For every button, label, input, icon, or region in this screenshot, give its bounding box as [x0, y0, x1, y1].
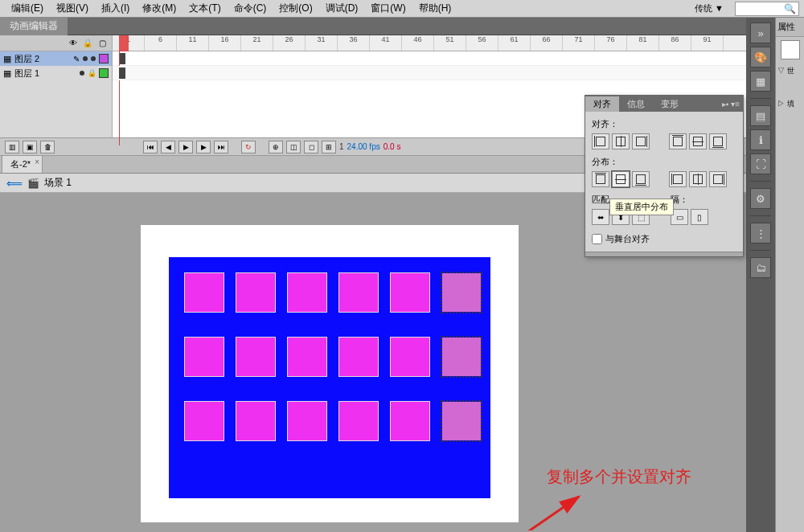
- tab-transform[interactable]: 变形: [653, 96, 687, 112]
- layer-row[interactable]: ▦ 图层 2 ✎: [0, 51, 112, 66]
- world-section[interactable]: ▽ 世: [776, 63, 804, 80]
- play-button[interactable]: ▶: [178, 141, 193, 153]
- menu-view[interactable]: 视图(V): [50, 0, 95, 17]
- to-stage-checkbox[interactable]: 与舞台对齐: [592, 233, 736, 245]
- distribute-left-button[interactable]: [669, 171, 687, 187]
- next-frame-button[interactable]: ▶: [196, 141, 211, 153]
- document-tab[interactable]: 名-2* ×: [2, 155, 43, 173]
- library-icon[interactable]: 🗂: [750, 257, 771, 278]
- ruler-tick[interactable]: 26: [273, 35, 306, 51]
- ruler-tick[interactable]: 46: [402, 35, 434, 51]
- ruler-tick[interactable]: 31: [306, 35, 338, 51]
- ruler-tick[interactable]: 81: [627, 35, 659, 51]
- space-horizontal-button[interactable]: ▯: [691, 209, 708, 225]
- frame-track[interactable]: [113, 51, 804, 66]
- align-v-center-button[interactable]: [689, 133, 707, 149]
- properties-dock-tab[interactable]: 属性: [776, 18, 804, 37]
- align-top-button[interactable]: [669, 133, 687, 149]
- prev-frame-button[interactable]: ◀: [161, 141, 175, 153]
- layer-swatch[interactable]: [99, 68, 109, 78]
- ruler-tick[interactable]: 1: [113, 35, 145, 51]
- distribute-right-button[interactable]: [709, 171, 727, 187]
- fps-value[interactable]: 24.00 fps: [347, 142, 380, 151]
- ruler-tick[interactable]: 56: [466, 35, 498, 51]
- shape-square[interactable]: [185, 273, 224, 312]
- ruler-tick[interactable]: 76: [595, 35, 627, 51]
- menu-edit[interactable]: 编辑(E): [5, 0, 50, 17]
- swatches-icon[interactable]: ▦: [750, 71, 771, 92]
- color-palette-icon[interactable]: 🎨: [750, 47, 771, 68]
- shape-square[interactable]: [339, 402, 378, 440]
- shape-square[interactable]: [185, 402, 224, 440]
- stage[interactable]: [141, 225, 519, 522]
- ruler-tick[interactable]: 91: [691, 35, 724, 51]
- lock-icon[interactable]: 🔒: [88, 69, 96, 77]
- new-layer-button[interactable]: ▥: [5, 141, 19, 153]
- menu-insert[interactable]: 插入(I): [95, 0, 136, 17]
- expand-panels-icon[interactable]: »: [750, 23, 771, 43]
- workspace-selector[interactable]: 传统 ▼: [687, 2, 732, 15]
- shape-square[interactable]: [236, 273, 275, 312]
- shape-square[interactable]: [391, 273, 429, 312]
- tab-info[interactable]: 信息: [619, 96, 653, 112]
- shape-square[interactable]: [442, 338, 481, 376]
- distribute-v-center-button[interactable]: [612, 171, 630, 187]
- shape-square[interactable]: [442, 402, 481, 440]
- shape-square[interactable]: [288, 402, 326, 440]
- menu-help[interactable]: 帮助(H): [412, 0, 458, 17]
- shape-square[interactable]: [391, 338, 429, 376]
- onion-outline-button[interactable]: ◻: [304, 141, 318, 153]
- layer-name[interactable]: 图层 2: [14, 53, 70, 65]
- lock-icon[interactable]: 🔒: [83, 39, 92, 47]
- menu-debug[interactable]: 调试(D): [319, 0, 365, 17]
- ruler-tick[interactable]: 36: [338, 35, 370, 51]
- tab-align[interactable]: 对齐: [585, 96, 619, 112]
- playhead[interactable]: [119, 35, 129, 51]
- tab-animation-editor[interactable]: 动画编辑器: [0, 17, 68, 35]
- layer-swatch[interactable]: [99, 54, 109, 63]
- background-shape[interactable]: [169, 257, 490, 498]
- close-icon[interactable]: ×: [35, 158, 39, 166]
- ruler-tick[interactable]: 16: [209, 35, 241, 51]
- ruler-tick[interactable]: 61: [498, 35, 531, 51]
- distribute-bottom-button[interactable]: [632, 171, 650, 187]
- keyframe[interactable]: [119, 53, 125, 64]
- back-icon[interactable]: ⟸: [6, 177, 23, 190]
- keyframe[interactable]: [119, 68, 125, 79]
- align-right-button[interactable]: [632, 133, 650, 149]
- layer-row[interactable]: ▦ 图层 1 🔒: [0, 66, 112, 80]
- frame-ruler[interactable]: 161116212631364146515661667176818691: [113, 35, 804, 51]
- distribute-h-center-button[interactable]: [689, 171, 707, 187]
- ruler-tick[interactable]: 6: [145, 35, 177, 51]
- distribute-top-button[interactable]: [592, 171, 609, 187]
- align-panel-icon[interactable]: ▤: [750, 105, 771, 126]
- shape-square[interactable]: [442, 273, 481, 312]
- scene-label[interactable]: 场景 1: [44, 176, 72, 190]
- ruler-tick[interactable]: 11: [177, 35, 209, 51]
- shape-square[interactable]: [288, 338, 326, 376]
- visibility-dot[interactable]: [80, 71, 84, 76]
- loop-button[interactable]: ↻: [241, 141, 256, 153]
- menu-modify[interactable]: 修改(M): [136, 0, 183, 17]
- lock-dot[interactable]: [91, 56, 96, 61]
- transform-panel-icon[interactable]: ⛶: [750, 153, 771, 174]
- center-frame-button[interactable]: ⊕: [269, 141, 283, 153]
- frame-track[interactable]: [113, 66, 804, 80]
- align-left-button[interactable]: [592, 133, 609, 149]
- menu-text[interactable]: 文本(T): [183, 0, 227, 17]
- ruler-tick[interactable]: 86: [659, 35, 691, 51]
- last-frame-button[interactable]: ⏭: [214, 141, 228, 153]
- match-width-button[interactable]: ⬌: [592, 209, 609, 225]
- ruler-tick[interactable]: 51: [434, 35, 466, 51]
- menu-command[interactable]: 命令(C): [228, 0, 273, 17]
- ruler-tick[interactable]: 66: [531, 35, 563, 51]
- edit-multiple-button[interactable]: ⊞: [322, 141, 336, 153]
- shape-square[interactable]: [185, 338, 224, 376]
- document-preview-icon[interactable]: [781, 40, 800, 59]
- onion-skin-button[interactable]: ◫: [286, 141, 301, 153]
- shape-square[interactable]: [339, 338, 378, 376]
- align-h-center-button[interactable]: [612, 133, 630, 149]
- shape-square[interactable]: [339, 273, 378, 312]
- outline-icon[interactable]: ▢: [97, 39, 107, 47]
- shape-square[interactable]: [236, 338, 275, 376]
